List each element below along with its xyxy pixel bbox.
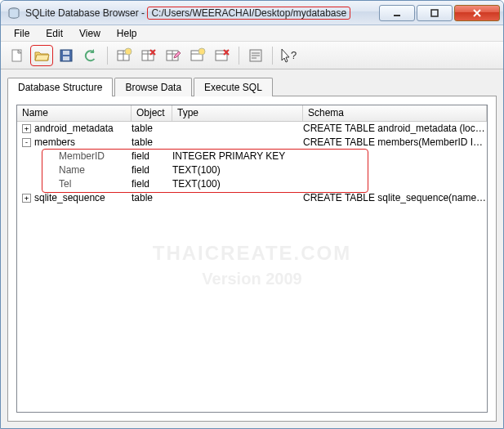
create-index-icon: [190, 47, 206, 64]
svg-rect-2: [431, 10, 438, 16]
menu-file[interactable]: File: [6, 26, 38, 41]
object-cell: field: [132, 163, 172, 177]
tree-item-label: Name: [59, 163, 85, 177]
maximize-button[interactable]: [417, 5, 453, 21]
toolbar-separator: [107, 47, 108, 65]
table-row[interactable]: Tel field TEXT(100): [17, 177, 487, 191]
open-db-button[interactable]: [30, 45, 53, 66]
create-table-icon: [116, 47, 132, 64]
tree-item-label: android_metadata: [34, 122, 114, 136]
schema-cell: CREATE TABLE members(MemberID INTEGER PR…: [303, 136, 487, 150]
delete-index-icon: [214, 47, 230, 64]
object-cell: field: [132, 150, 172, 163]
save-db-icon: [58, 47, 74, 64]
svg-point-19: [198, 48, 205, 55]
svg-text:?: ?: [291, 49, 297, 61]
titlebar: SQLite Database Browser - C:/Users/WEERA…: [1, 1, 503, 25]
whatsthis-icon: ?: [279, 47, 299, 64]
object-cell: table: [132, 136, 172, 150]
close-button[interactable]: [454, 5, 500, 21]
table-row[interactable]: + android_metadata table CREATE TABLE an…: [17, 122, 487, 136]
type-cell: TEXT(100): [172, 177, 303, 191]
tree-header: Name Object Type Schema: [17, 105, 487, 122]
app-icon: [7, 7, 20, 20]
modify-table-button[interactable]: [162, 45, 185, 66]
whatsthis-button[interactable]: ?: [278, 45, 301, 66]
log-icon: [248, 47, 264, 64]
tab-database-structure[interactable]: Database Structure: [7, 78, 113, 96]
table-row[interactable]: MemberID field INTEGER PRIMARY KEY: [17, 150, 487, 163]
tree-item-label: Tel: [59, 177, 71, 191]
tree-item-label: MemberID: [59, 150, 105, 163]
object-cell: table: [132, 191, 172, 205]
delete-table-icon: [140, 47, 157, 64]
table-row[interactable]: - members table CREATE TABLE members(Mem…: [17, 136, 487, 150]
revert-button[interactable]: [79, 45, 102, 66]
window-title: SQLite Database Browser - C:/Users/WEERA…: [25, 7, 350, 19]
delete-table-button[interactable]: [137, 45, 160, 66]
content-area: Database Structure Browse Data Execute S…: [1, 69, 503, 428]
table-row[interactable]: Name field TEXT(100): [17, 163, 487, 177]
window-path: C:/Users/WEERACHAI/Desktop/mydatabase: [147, 7, 350, 20]
revert-icon: [83, 47, 99, 64]
schema-tree[interactable]: THAICREATE.COM Version 2009 Name Object …: [16, 105, 488, 413]
object-cell: table: [132, 122, 172, 136]
tab-bar: Database Structure Browse Data Execute S…: [7, 76, 497, 96]
menu-edit[interactable]: Edit: [38, 26, 71, 41]
expander-icon[interactable]: +: [22, 124, 31, 133]
new-db-button[interactable]: [6, 45, 29, 66]
toolbar-separator: [239, 47, 239, 65]
menu-view[interactable]: View: [71, 26, 109, 41]
object-cell: field: [132, 177, 172, 191]
tree-connector: [47, 152, 56, 161]
tab-execute-sql[interactable]: Execute SQL: [194, 78, 273, 96]
toolbar-separator: [272, 47, 273, 65]
table-row[interactable]: + sqlite_sequence table CREATE TABLE sql…: [17, 191, 487, 205]
expander-icon[interactable]: -: [22, 138, 31, 147]
svg-rect-6: [63, 56, 69, 60]
create-table-button[interactable]: [113, 45, 136, 66]
type-cell: INTEGER PRIMARY KEY: [172, 150, 303, 163]
log-button[interactable]: [244, 45, 267, 66]
type-cell: TEXT(100): [172, 163, 303, 177]
col-header-name[interactable]: Name: [17, 105, 132, 121]
minimize-button[interactable]: [379, 5, 415, 21]
svg-rect-5: [63, 51, 69, 55]
schema-cell: CREATE TABLE android_metadata (locale TE…: [303, 122, 487, 136]
col-header-object[interactable]: Object: [132, 105, 172, 121]
menubar: File Edit View Help: [1, 25, 503, 42]
open-db-icon: [33, 47, 50, 64]
modify-table-icon: [165, 47, 181, 64]
menu-help[interactable]: Help: [109, 26, 145, 41]
tree-connector: [47, 166, 56, 175]
tab-browse-data[interactable]: Browse Data: [114, 78, 192, 96]
expander-icon[interactable]: +: [22, 194, 31, 203]
tab-panel: THAICREATE.COM Version 2009 Name Object …: [7, 96, 497, 422]
svg-point-10: [125, 48, 132, 55]
tree-connector: [47, 180, 56, 189]
tree-item-label: sqlite_sequence: [34, 191, 105, 205]
schema-cell: CREATE TABLE sqlite_sequence(name,seq): [303, 191, 487, 205]
col-header-schema[interactable]: Schema: [303, 105, 487, 121]
new-db-icon: [9, 47, 25, 64]
create-index-button[interactable]: [186, 45, 209, 66]
col-header-type[interactable]: Type: [172, 105, 303, 121]
toolbar: ?: [1, 42, 503, 69]
save-db-button[interactable]: [55, 45, 78, 66]
tree-item-label: members: [34, 136, 75, 150]
delete-index-button[interactable]: [211, 45, 234, 66]
